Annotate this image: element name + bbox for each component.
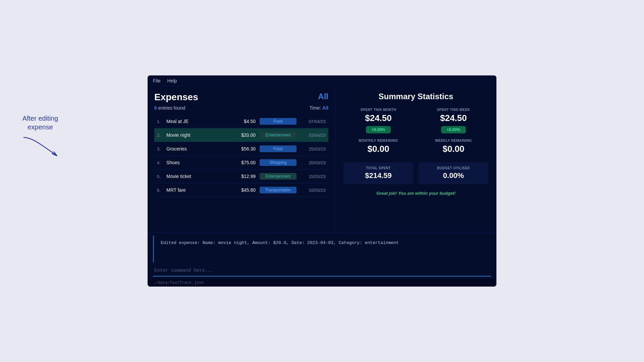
row-amount: $75.00 bbox=[229, 160, 256, 165]
summary-title: Summary Statistics bbox=[343, 92, 488, 101]
menu-help[interactable]: Help bbox=[167, 78, 177, 83]
monthly-remaining-value: $0.00 bbox=[343, 144, 413, 154]
menu-file[interactable]: File bbox=[153, 78, 161, 83]
spent-this-week-value: $24.50 bbox=[419, 113, 488, 123]
status-bar: ./data/fastTrack.json bbox=[148, 279, 496, 287]
table-row[interactable]: 2. Movie night $20.00 Entertainment 03/0… bbox=[154, 128, 328, 142]
spent-this-week-block: SPENT THIS WEEK $24.50 +0.00% bbox=[419, 108, 488, 133]
table-row[interactable]: 4. Shoes $75.00 Shopping 20/03/23 bbox=[154, 156, 328, 170]
category-badge: Transportation bbox=[260, 187, 297, 193]
menu-bar: File Help bbox=[148, 75, 496, 86]
entries-count: 6 entries found bbox=[154, 105, 185, 111]
monthly-remaining-label: MONTHLY REMAINING bbox=[343, 139, 413, 142]
app-window: File Help Expenses All 6 entries found T… bbox=[148, 75, 496, 287]
row-date: 15/03/23 bbox=[301, 174, 326, 179]
expenses-header: Expenses All bbox=[154, 92, 328, 103]
budget-message: Great job! You are within your budget! bbox=[343, 191, 488, 196]
row-date: 07/04/23 bbox=[301, 119, 326, 124]
row-category: Food bbox=[260, 118, 297, 125]
budget-utilised-label: BUDGET UTILISED bbox=[424, 166, 483, 170]
output-area: Edited expense: Name: movie night, Amoun… bbox=[153, 236, 491, 262]
row-amount: $20.00 bbox=[229, 132, 256, 138]
entries-number: 6 bbox=[154, 105, 157, 111]
row-category: Shopping bbox=[260, 159, 297, 166]
total-spent-block: TOTAL SPENT $214.59 bbox=[343, 162, 413, 184]
row-amount: $4.50 bbox=[229, 119, 256, 124]
table-row[interactable]: 5. Movie ticket $12.99 Entertainment 15/… bbox=[154, 170, 328, 183]
weekly-badge: +0.00% bbox=[441, 126, 466, 133]
main-content: Expenses All 6 entries found Time: All 1… bbox=[148, 86, 496, 233]
time-label: Time: bbox=[310, 105, 321, 111]
row-date: 25/03/23 bbox=[301, 146, 326, 152]
command-area bbox=[148, 265, 496, 279]
expenses-panel: Expenses All 6 entries found Time: All 1… bbox=[148, 86, 335, 233]
filter-label: All bbox=[318, 92, 328, 101]
category-badge: Food bbox=[260, 145, 297, 152]
annotation-text: After editing expense bbox=[20, 114, 60, 131]
weekly-remaining-label: WEEKLY REMAINING bbox=[419, 139, 488, 142]
time-filter: Time: All bbox=[310, 105, 328, 111]
row-number: 5. bbox=[157, 174, 166, 179]
row-category: Entertainment bbox=[260, 132, 297, 138]
row-name: Movie ticket bbox=[166, 174, 229, 179]
row-date: 03/04/23 bbox=[301, 133, 326, 138]
spent-this-week-label: SPENT THIS WEEK bbox=[419, 108, 488, 112]
monthly-badge: +0.00% bbox=[366, 126, 390, 133]
summary-panel: Summary Statistics SPENT THIS MONTH $24.… bbox=[335, 86, 496, 233]
stats-grid: SPENT THIS MONTH $24.50 +0.00% SPENT THI… bbox=[343, 108, 488, 157]
command-input[interactable] bbox=[153, 265, 491, 277]
total-spent-value: $214.59 bbox=[349, 171, 408, 180]
category-badge: Entertainment bbox=[260, 132, 297, 138]
row-amount: $45.80 bbox=[229, 187, 256, 193]
row-number: 2. bbox=[157, 133, 166, 138]
annotation-arrow-icon bbox=[20, 134, 60, 161]
row-date: 10/03/23 bbox=[301, 188, 326, 193]
row-number: 1. bbox=[157, 119, 166, 124]
row-name: Groceries bbox=[166, 146, 229, 152]
monthly-remaining-block: MONTHLY REMAINING $0.00 bbox=[343, 139, 413, 157]
table-row[interactable]: 3. Groceries $56.30 Food 25/03/23 bbox=[154, 142, 328, 156]
row-name: Shoes bbox=[166, 160, 229, 165]
row-category: Entertainment bbox=[260, 173, 297, 180]
entries-label: entries found bbox=[158, 105, 185, 111]
bottom-section: Edited expense: Name: movie night, Amoun… bbox=[148, 233, 496, 287]
row-name: Meal at JE bbox=[166, 119, 229, 124]
category-badge: Shopping bbox=[260, 159, 297, 166]
expense-list: 1. Meal at JE $4.50 Food 07/04/23 2. Mov… bbox=[154, 115, 328, 227]
spent-this-month-label: SPENT THIS MONTH bbox=[343, 108, 413, 112]
row-number: 6. bbox=[157, 188, 166, 193]
weekly-remaining-block: WEEKLY REMAINING $0.00 bbox=[419, 139, 488, 157]
output-text: Edited expense: Name: movie night, Amoun… bbox=[161, 240, 484, 246]
budget-utilised-value: 0.00% bbox=[424, 171, 483, 180]
row-number: 3. bbox=[157, 146, 166, 152]
row-amount: $12.99 bbox=[229, 174, 256, 179]
budget-utilised-block: BUDGET UTILISED 0.00% bbox=[419, 162, 488, 184]
row-number: 4. bbox=[157, 160, 166, 165]
weekly-remaining-value: $0.00 bbox=[419, 144, 488, 154]
expenses-title: Expenses bbox=[154, 92, 198, 103]
category-badge: Food bbox=[260, 118, 297, 125]
row-amount: $56.30 bbox=[229, 146, 256, 152]
category-badge: Entertainment bbox=[260, 173, 297, 180]
row-date: 20/03/23 bbox=[301, 160, 326, 165]
total-stats: TOTAL SPENT $214.59 BUDGET UTILISED 0.00… bbox=[343, 162, 488, 184]
spent-this-month-block: SPENT THIS MONTH $24.50 +0.00% bbox=[343, 108, 413, 133]
row-name: MRT fare bbox=[166, 187, 229, 193]
row-name: Movie night bbox=[166, 132, 229, 138]
entries-info: 6 entries found Time: All bbox=[154, 105, 328, 111]
total-spent-label: TOTAL SPENT bbox=[349, 166, 408, 170]
row-category: Transportation bbox=[260, 187, 297, 193]
table-row[interactable]: 1. Meal at JE $4.50 Food 07/04/23 bbox=[154, 115, 328, 128]
annotation: After editing expense bbox=[20, 114, 60, 162]
time-value: All bbox=[322, 105, 328, 111]
row-category: Food bbox=[260, 145, 297, 152]
table-row[interactable]: 6. MRT fare $45.80 Transportation 10/03/… bbox=[154, 183, 328, 197]
spent-this-month-value: $24.50 bbox=[343, 113, 413, 123]
